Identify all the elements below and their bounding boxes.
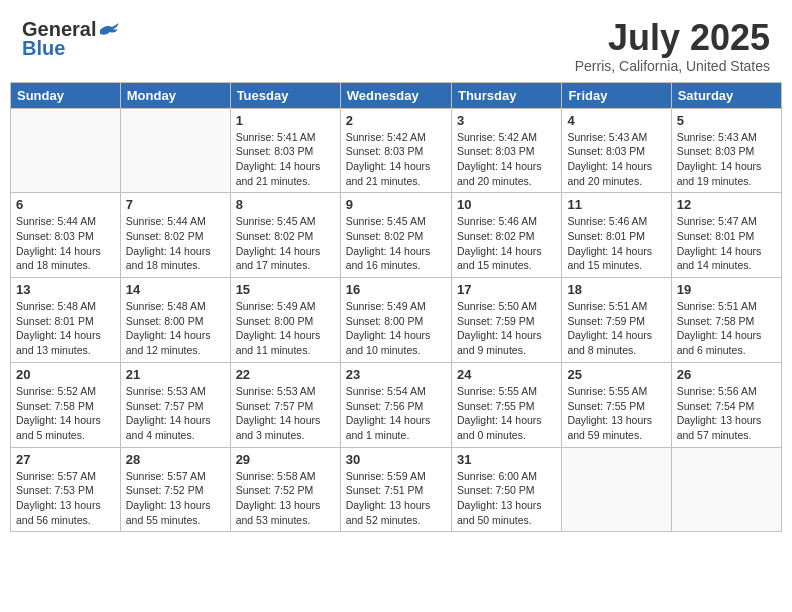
day-number: 26 [677, 367, 776, 382]
day-info: Sunrise: 5:44 AM Sunset: 8:02 PM Dayligh… [126, 214, 225, 273]
calendar-week-5: 27Sunrise: 5:57 AM Sunset: 7:53 PM Dayli… [11, 447, 782, 532]
day-info: Sunrise: 5:51 AM Sunset: 7:59 PM Dayligh… [567, 299, 665, 358]
day-info: Sunrise: 5:47 AM Sunset: 8:01 PM Dayligh… [677, 214, 776, 273]
calendar-cell [671, 447, 781, 532]
calendar-week-1: 1Sunrise: 5:41 AM Sunset: 8:03 PM Daylig… [11, 108, 782, 193]
day-number: 4 [567, 113, 665, 128]
calendar-cell: 24Sunrise: 5:55 AM Sunset: 7:55 PM Dayli… [451, 362, 561, 447]
day-info: Sunrise: 5:45 AM Sunset: 8:02 PM Dayligh… [236, 214, 335, 273]
calendar-week-4: 20Sunrise: 5:52 AM Sunset: 7:58 PM Dayli… [11, 362, 782, 447]
day-number: 31 [457, 452, 556, 467]
calendar-cell: 9Sunrise: 5:45 AM Sunset: 8:02 PM Daylig… [340, 193, 451, 278]
calendar-table: SundayMondayTuesdayWednesdayThursdayFrid… [10, 82, 782, 533]
calendar-cell: 10Sunrise: 5:46 AM Sunset: 8:02 PM Dayli… [451, 193, 561, 278]
logo-block: General Blue [22, 18, 120, 60]
day-header-sunday: Sunday [11, 82, 121, 108]
calendar-cell: 7Sunrise: 5:44 AM Sunset: 8:02 PM Daylig… [120, 193, 230, 278]
calendar-cell: 31Sunrise: 6:00 AM Sunset: 7:50 PM Dayli… [451, 447, 561, 532]
day-number: 13 [16, 282, 115, 297]
day-number: 16 [346, 282, 446, 297]
calendar-cell: 13Sunrise: 5:48 AM Sunset: 8:01 PM Dayli… [11, 278, 121, 363]
day-info: Sunrise: 5:58 AM Sunset: 7:52 PM Dayligh… [236, 469, 335, 528]
calendar-cell: 23Sunrise: 5:54 AM Sunset: 7:56 PM Dayli… [340, 362, 451, 447]
day-number: 3 [457, 113, 556, 128]
day-info: Sunrise: 5:43 AM Sunset: 8:03 PM Dayligh… [567, 130, 665, 189]
day-number: 21 [126, 367, 225, 382]
calendar-cell: 5Sunrise: 5:43 AM Sunset: 8:03 PM Daylig… [671, 108, 781, 193]
day-info: Sunrise: 5:44 AM Sunset: 8:03 PM Dayligh… [16, 214, 115, 273]
day-info: Sunrise: 5:57 AM Sunset: 7:52 PM Dayligh… [126, 469, 225, 528]
day-info: Sunrise: 5:59 AM Sunset: 7:51 PM Dayligh… [346, 469, 446, 528]
day-number: 27 [16, 452, 115, 467]
day-info: Sunrise: 6:00 AM Sunset: 7:50 PM Dayligh… [457, 469, 556, 528]
day-info: Sunrise: 5:54 AM Sunset: 7:56 PM Dayligh… [346, 384, 446, 443]
day-header-thursday: Thursday [451, 82, 561, 108]
day-info: Sunrise: 5:48 AM Sunset: 8:01 PM Dayligh… [16, 299, 115, 358]
day-info: Sunrise: 5:49 AM Sunset: 8:00 PM Dayligh… [236, 299, 335, 358]
day-info: Sunrise: 5:45 AM Sunset: 8:02 PM Dayligh… [346, 214, 446, 273]
calendar-cell [562, 447, 671, 532]
calendar-cell: 15Sunrise: 5:49 AM Sunset: 8:00 PM Dayli… [230, 278, 340, 363]
calendar-cell: 14Sunrise: 5:48 AM Sunset: 8:00 PM Dayli… [120, 278, 230, 363]
day-info: Sunrise: 5:46 AM Sunset: 8:02 PM Dayligh… [457, 214, 556, 273]
day-number: 1 [236, 113, 335, 128]
calendar-cell: 26Sunrise: 5:56 AM Sunset: 7:54 PM Dayli… [671, 362, 781, 447]
calendar-cell: 11Sunrise: 5:46 AM Sunset: 8:01 PM Dayli… [562, 193, 671, 278]
day-number: 30 [346, 452, 446, 467]
day-number: 29 [236, 452, 335, 467]
calendar-cell: 25Sunrise: 5:55 AM Sunset: 7:55 PM Dayli… [562, 362, 671, 447]
day-header-saturday: Saturday [671, 82, 781, 108]
day-info: Sunrise: 5:53 AM Sunset: 7:57 PM Dayligh… [236, 384, 335, 443]
title-block: July 2025 Perris, California, United Sta… [575, 18, 770, 74]
day-info: Sunrise: 5:42 AM Sunset: 8:03 PM Dayligh… [346, 130, 446, 189]
day-info: Sunrise: 5:53 AM Sunset: 7:57 PM Dayligh… [126, 384, 225, 443]
day-header-friday: Friday [562, 82, 671, 108]
day-info: Sunrise: 5:43 AM Sunset: 8:03 PM Dayligh… [677, 130, 776, 189]
day-info: Sunrise: 5:52 AM Sunset: 7:58 PM Dayligh… [16, 384, 115, 443]
calendar-cell: 29Sunrise: 5:58 AM Sunset: 7:52 PM Dayli… [230, 447, 340, 532]
day-info: Sunrise: 5:51 AM Sunset: 7:58 PM Dayligh… [677, 299, 776, 358]
calendar-cell: 19Sunrise: 5:51 AM Sunset: 7:58 PM Dayli… [671, 278, 781, 363]
day-info: Sunrise: 5:42 AM Sunset: 8:03 PM Dayligh… [457, 130, 556, 189]
day-number: 23 [346, 367, 446, 382]
calendar-title: July 2025 [575, 18, 770, 58]
day-info: Sunrise: 5:55 AM Sunset: 7:55 PM Dayligh… [567, 384, 665, 443]
day-info: Sunrise: 5:57 AM Sunset: 7:53 PM Dayligh… [16, 469, 115, 528]
day-number: 22 [236, 367, 335, 382]
calendar-week-2: 6Sunrise: 5:44 AM Sunset: 8:03 PM Daylig… [11, 193, 782, 278]
calendar-cell: 21Sunrise: 5:53 AM Sunset: 7:57 PM Dayli… [120, 362, 230, 447]
calendar-cell: 8Sunrise: 5:45 AM Sunset: 8:02 PM Daylig… [230, 193, 340, 278]
day-number: 19 [677, 282, 776, 297]
calendar-cell: 4Sunrise: 5:43 AM Sunset: 8:03 PM Daylig… [562, 108, 671, 193]
day-number: 17 [457, 282, 556, 297]
day-number: 8 [236, 197, 335, 212]
day-header-tuesday: Tuesday [230, 82, 340, 108]
day-info: Sunrise: 5:55 AM Sunset: 7:55 PM Dayligh… [457, 384, 556, 443]
calendar-body: 1Sunrise: 5:41 AM Sunset: 8:03 PM Daylig… [11, 108, 782, 532]
calendar-cell: 12Sunrise: 5:47 AM Sunset: 8:01 PM Dayli… [671, 193, 781, 278]
day-number: 14 [126, 282, 225, 297]
calendar-cell: 3Sunrise: 5:42 AM Sunset: 8:03 PM Daylig… [451, 108, 561, 193]
day-info: Sunrise: 5:56 AM Sunset: 7:54 PM Dayligh… [677, 384, 776, 443]
day-info: Sunrise: 5:46 AM Sunset: 8:01 PM Dayligh… [567, 214, 665, 273]
day-number: 12 [677, 197, 776, 212]
calendar-cell: 17Sunrise: 5:50 AM Sunset: 7:59 PM Dayli… [451, 278, 561, 363]
calendar-cell: 20Sunrise: 5:52 AM Sunset: 7:58 PM Dayli… [11, 362, 121, 447]
calendar-cell [120, 108, 230, 193]
logo-bird-icon [98, 22, 120, 38]
day-number: 20 [16, 367, 115, 382]
day-info: Sunrise: 5:49 AM Sunset: 8:00 PM Dayligh… [346, 299, 446, 358]
calendar-cell: 18Sunrise: 5:51 AM Sunset: 7:59 PM Dayli… [562, 278, 671, 363]
day-info: Sunrise: 5:48 AM Sunset: 8:00 PM Dayligh… [126, 299, 225, 358]
calendar-cell: 22Sunrise: 5:53 AM Sunset: 7:57 PM Dayli… [230, 362, 340, 447]
calendar-header: SundayMondayTuesdayWednesdayThursdayFrid… [11, 82, 782, 108]
day-number: 9 [346, 197, 446, 212]
calendar-location: Perris, California, United States [575, 58, 770, 74]
day-info: Sunrise: 5:41 AM Sunset: 8:03 PM Dayligh… [236, 130, 335, 189]
day-number: 25 [567, 367, 665, 382]
day-number: 24 [457, 367, 556, 382]
page-header: General Blue July 2025 Perris, Californi… [10, 10, 782, 78]
day-number: 6 [16, 197, 115, 212]
calendar-cell: 27Sunrise: 5:57 AM Sunset: 7:53 PM Dayli… [11, 447, 121, 532]
day-header-wednesday: Wednesday [340, 82, 451, 108]
